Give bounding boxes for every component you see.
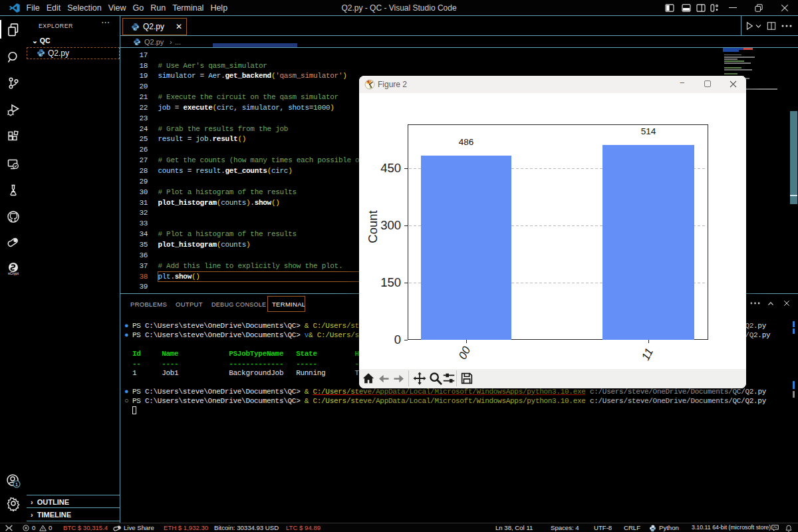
svg-text:1: 1 <box>15 482 18 487</box>
